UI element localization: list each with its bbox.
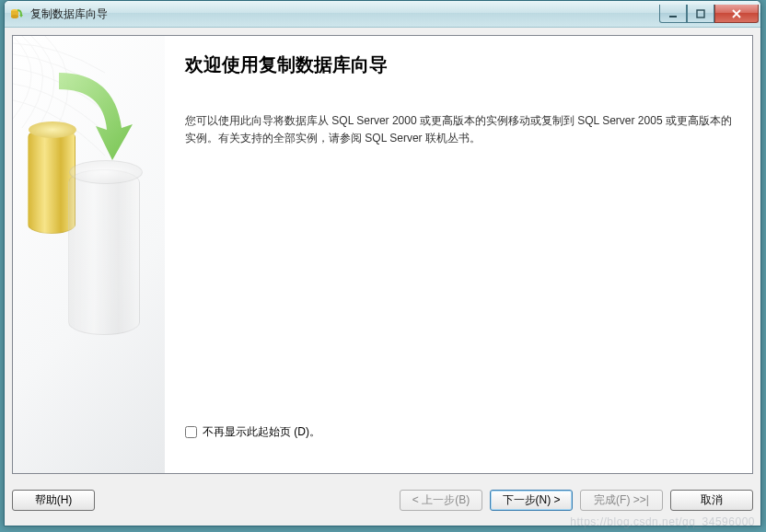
wizard-sidebar-graphic (13, 36, 165, 473)
nav-button-group: < 上一步(B) 下一步(N) > 完成(F) >>| 取消 (400, 490, 753, 511)
svg-rect-5 (697, 10, 704, 17)
app-icon (10, 6, 25, 21)
page-heading: 欢迎使用复制数据库向导 (185, 52, 734, 77)
help-button[interactable]: 帮助(H) (12, 490, 95, 511)
main-panel: 欢迎使用复制数据库向导 您可以使用此向导将数据库从 SQL Server 200… (165, 36, 752, 473)
close-button[interactable] (714, 5, 759, 23)
wizard-window: 复制数据库向导 (4, 0, 761, 526)
maximize-button[interactable] (687, 5, 714, 23)
dont-show-again-checkbox[interactable] (185, 426, 197, 438)
content-panel: 欢迎使用复制数据库向导 您可以使用此向导将数据库从 SQL Server 200… (12, 35, 753, 474)
svg-point-2 (11, 15, 18, 18)
page-description: 您可以使用此向导将数据库从 SQL Server 2000 或更高版本的实例移动… (185, 112, 734, 147)
back-button: < 上一步(B) (400, 490, 482, 511)
window-title: 复制数据库向导 (30, 6, 659, 22)
dont-show-again-row[interactable]: 不再显示此起始页 (D)。 (185, 424, 320, 440)
svg-marker-3 (19, 15, 23, 17)
button-bar: 帮助(H) < 上一步(B) 下一步(N) > 完成(F) >>| 取消 (12, 481, 753, 518)
next-button[interactable]: 下一步(N) > (490, 490, 573, 511)
gray-cylinder-icon (68, 169, 140, 335)
minimize-button[interactable] (659, 5, 687, 23)
window-controls (659, 5, 759, 23)
svg-rect-4 (669, 16, 677, 17)
titlebar[interactable]: 复制数据库向导 (5, 1, 760, 28)
green-arrow-icon (41, 64, 142, 169)
cancel-button[interactable]: 取消 (670, 490, 753, 511)
client-area: 欢迎使用复制数据库向导 您可以使用此向导将数据库从 SQL Server 200… (5, 28, 760, 526)
finish-button: 完成(F) >>| (580, 490, 663, 511)
dont-show-again-label: 不再显示此起始页 (D)。 (203, 424, 320, 440)
